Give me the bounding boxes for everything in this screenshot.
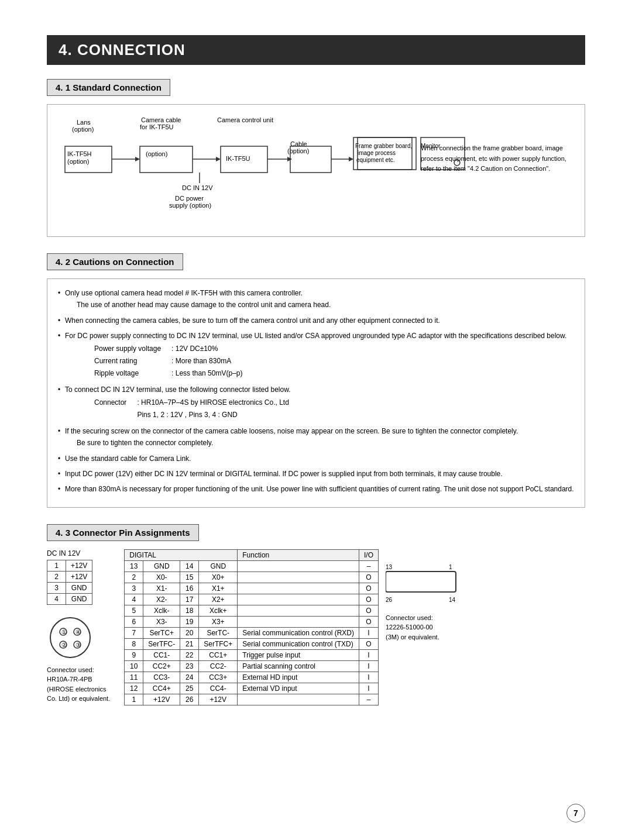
func: Serial communication control (RXD): [238, 627, 359, 638]
func: [238, 560, 359, 572]
spec-val-2: : More than 830mA: [167, 356, 247, 367]
svg-text:(option): (option): [146, 150, 167, 157]
svg-text:for IK-TF5U: for IK-TF5U: [140, 123, 174, 130]
caution-item-4: To connect DC IN 12V terminal, use the f…: [58, 384, 574, 422]
pin-num: 3: [47, 582, 66, 593]
diagram-svg: Lans (option) Camera cable for IK-TF5U C…: [59, 114, 399, 225]
svg-text:Lans: Lans: [77, 119, 91, 126]
sig-a: GND: [143, 560, 180, 572]
sig-a: X3-: [143, 616, 180, 627]
svg-text:13: 13: [386, 564, 393, 570]
spec-table: Power supply voltage: 12V DC±10% Current…: [88, 342, 248, 381]
io: O: [359, 638, 378, 649]
caution-text-7: Input DC power (12V) either DC IN 12V te…: [65, 470, 503, 478]
spec-label-2: Current rating: [90, 356, 166, 367]
pin-a: 11: [125, 672, 143, 683]
caution-sub-1: The use of another head may cause damage…: [65, 301, 331, 309]
pin-tables-row: DC IN 12V 1 +12V 2 +12V 3 GND 4 GND: [47, 549, 585, 705]
func: External HD input: [238, 672, 359, 683]
sig-a: X1-: [143, 583, 180, 594]
sig-a: SerTFC-: [143, 638, 180, 649]
func: [238, 594, 359, 605]
pin-a: 5: [125, 605, 143, 616]
pin-a: 12: [125, 683, 143, 694]
pin-a: 13: [125, 560, 143, 572]
table-row: 7SerTC+20SerTC-Serial communication cont…: [125, 627, 379, 638]
sig-b: X2+: [199, 594, 238, 605]
cautions-box: Only use optional camera head model # IK…: [47, 278, 585, 508]
digital-connector-wrap: 13 1 26 14 Connector used:12226-51000-00…: [386, 562, 462, 642]
sig-b: Xclk+: [199, 605, 238, 616]
table-row: 12CC4+25CC4-External VD inputI: [125, 683, 379, 694]
io: I: [359, 649, 378, 660]
io: O: [359, 572, 378, 583]
pin-a: 10: [125, 660, 143, 672]
digital-label: DIGITAL: [125, 549, 238, 560]
dc-pin-table: 1 +12V 2 +12V 3 GND 4 GND: [47, 560, 92, 605]
caution-text-6: Use the standard cable for Camera Link.: [65, 455, 191, 463]
spec-val-3: : Less than 50mV(p–p): [167, 368, 247, 379]
table-row: 1 +12V: [47, 560, 92, 571]
sig-a: +12V: [143, 694, 180, 705]
svg-text:supply (option): supply (option): [169, 202, 211, 209]
pin-b: 24: [180, 672, 199, 683]
sig-b: CC2-: [199, 660, 238, 672]
svg-text:DC power: DC power: [175, 195, 204, 202]
io: –: [359, 560, 378, 572]
conn-val: : HR10A–7P–4S by HIROSE electronics Co.,…: [132, 397, 293, 408]
connector-spec-table: Connector: HR10A–7P–4S by HIROSE electro…: [88, 396, 295, 422]
caution-sub-5: Be sure to tighten the connector complet…: [65, 439, 213, 447]
pin-a: 9: [125, 649, 143, 660]
sig-a: X0-: [143, 572, 180, 583]
table-header-row: DIGITAL Function I/O: [125, 549, 379, 560]
sig-a: CC2+: [143, 660, 180, 672]
pin-b: 26: [180, 694, 199, 705]
sig-a: CC1-: [143, 649, 180, 660]
pin-b: 19: [180, 616, 199, 627]
svg-text:26: 26: [386, 597, 393, 603]
svg-text:Camera control unit: Camera control unit: [217, 116, 273, 123]
func: [238, 694, 359, 705]
sig-b: CC3+: [199, 672, 238, 683]
digital-connector-svg: 13 1 26 14: [386, 562, 462, 609]
svg-text:IK-TF5H: IK-TF5H: [67, 150, 92, 157]
pin-b: 18: [180, 605, 199, 616]
io: I: [359, 660, 378, 672]
io: O: [359, 594, 378, 605]
sig-a: Xclk-: [143, 605, 180, 616]
section2-heading: 4. 2 Cautions on Connection: [47, 253, 183, 270]
func: [238, 616, 359, 627]
caution-item-8: More than 830mA is necessary for proper …: [58, 483, 574, 495]
sig-b: SerTC-: [199, 627, 238, 638]
io: –: [359, 694, 378, 705]
table-row: 3 GND: [47, 582, 92, 593]
pin-b: 21: [180, 638, 199, 649]
caution-item-5: If the securing screw on the connector o…: [58, 425, 574, 449]
table-row: 2X0-15X0+O: [125, 572, 379, 583]
right-description: When connection the frame grabber board,…: [421, 143, 573, 174]
svg-marker-13: [216, 157, 221, 161]
pin-a: 7: [125, 627, 143, 638]
section1-heading: 4. 1 Standard Connection: [47, 79, 170, 96]
pin-b: 17: [180, 594, 199, 605]
pin-a: 3: [125, 583, 143, 594]
table-row: 11CC3-24CC3+External HD inputI: [125, 672, 379, 683]
page-number: 7: [566, 804, 585, 822]
function-header: Function: [238, 549, 359, 560]
circular-connector-wrap: ① ④ ② ③ Connector used:HR10A-7R-4PB(HIRO…: [47, 614, 110, 704]
pin-a: 2: [125, 572, 143, 583]
sig-a: SerTC+: [143, 627, 180, 638]
pin-b: 15: [180, 572, 199, 583]
dc-label: DC IN 12V: [47, 549, 80, 557]
sig-b: SerTFC+: [199, 638, 238, 649]
sig-a: CC3-: [143, 672, 180, 683]
svg-text:④: ④: [75, 629, 81, 635]
io: O: [359, 616, 378, 627]
pin-b: 22: [180, 649, 199, 660]
io-header: I/O: [359, 549, 378, 560]
pin-val: GND: [66, 582, 92, 593]
sig-a: X2-: [143, 594, 180, 605]
table-row: 4 GND: [47, 593, 92, 604]
caution-text-2: When connecting the camera cables, be su…: [65, 316, 440, 325]
io: O: [359, 583, 378, 594]
